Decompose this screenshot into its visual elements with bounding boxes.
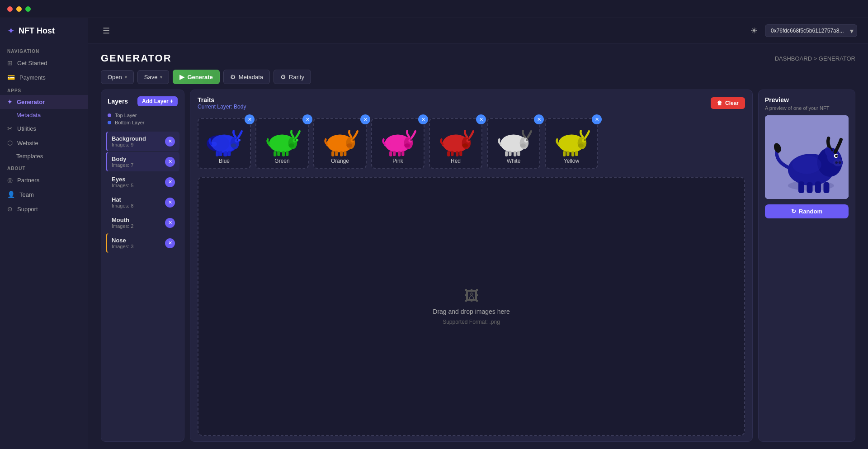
svg-rect-58 <box>447 151 450 156</box>
delete-trait-button[interactable]: ✕ <box>245 114 255 124</box>
svg-point-70 <box>526 139 528 142</box>
trait-card-white[interactable]: ✕ <box>487 118 540 169</box>
logo-text: NFT Host <box>19 26 55 36</box>
generate-button[interactable]: ▶ Generate <box>173 70 219 84</box>
layer-name: Nose <box>112 237 133 244</box>
trait-animal-blue <box>204 124 245 156</box>
drop-zone[interactable]: 🖼 Drag and drop images here Supported Fo… <box>198 177 745 436</box>
sidebar-item-generator[interactable]: ✦ Generator <box>0 95 88 109</box>
delete-trait-button[interactable]: ✕ <box>476 114 486 124</box>
theme-toggle-icon[interactable]: ☀ <box>750 26 758 36</box>
metadata-label: Metadata <box>239 74 263 80</box>
trait-name: Pink <box>392 158 403 164</box>
sidebar-item-templates[interactable]: Templates <box>0 150 88 162</box>
trait-card-red[interactable]: ✕ <box>429 118 482 169</box>
svg-rect-35 <box>335 151 338 156</box>
svg-rect-47 <box>401 151 404 156</box>
svg-point-49 <box>404 143 410 147</box>
sidebar-item-support[interactable]: ⊙ Support <box>0 202 88 216</box>
card-icon: 💳 <box>7 74 15 81</box>
traits-header: Traits Current Layer: Body 🗑 Clear <box>190 90 752 113</box>
trait-card-yellow[interactable]: ✕ <box>545 118 598 169</box>
delete-layer-button[interactable]: ✕ <box>165 198 175 208</box>
svg-point-95 <box>833 159 843 166</box>
rarity-button[interactable]: ⚙ Rarity <box>274 70 311 84</box>
top-bar-right: ☀ 0x76fdc668f5c5b6112757a8... ▾ <box>750 24 857 37</box>
delete-trait-button[interactable]: ✕ <box>534 114 544 124</box>
traits-title: Traits <box>198 96 246 104</box>
delete-layer-button[interactable]: ✕ <box>165 218 175 228</box>
layer-count: Images: 8 <box>112 203 133 208</box>
sidebar-item-metadata[interactable]: Metadata <box>0 109 88 121</box>
svg-point-50 <box>410 139 412 142</box>
trait-animal-white <box>493 124 534 156</box>
svg-point-31 <box>296 139 298 141</box>
delete-layer-button[interactable]: ✕ <box>165 238 175 248</box>
svg-point-96 <box>835 161 838 164</box>
svg-point-79 <box>578 143 584 147</box>
sidebar-item-partners[interactable]: ◎ Partners <box>0 173 88 187</box>
svg-rect-15 <box>228 151 231 156</box>
svg-rect-46 <box>398 151 401 156</box>
open-button[interactable]: Open ▾ <box>101 70 134 84</box>
sidebar-item-utilities[interactable]: ✂ Utilities <box>0 121 88 136</box>
maximize-button[interactable] <box>25 6 31 12</box>
grid-icon: ⊞ <box>7 59 13 66</box>
random-button[interactable]: ↻ Random <box>765 204 849 218</box>
trait-card-orange[interactable]: ✕ <box>313 118 367 169</box>
metadata-button[interactable]: ⚙ Metadata <box>223 70 270 84</box>
delete-layer-button[interactable]: ✕ <box>165 157 175 167</box>
delete-trait-button[interactable]: ✕ <box>418 114 428 124</box>
delete-trait-button[interactable]: ✕ <box>360 114 370 124</box>
layer-item-mouth[interactable]: Mouth Images: 2 ✕ <box>106 213 179 232</box>
sidebar-sub-label: Templates <box>16 153 43 160</box>
svg-rect-24 <box>277 151 280 156</box>
layer-name: Eyes <box>112 176 133 183</box>
traits-title-group: Traits Current Layer: Body <box>198 96 246 110</box>
trait-card-pink[interactable]: ✕ <box>371 118 425 169</box>
sidebar-item-get-started[interactable]: ⊞ Get Started <box>0 56 88 70</box>
hamburger-button[interactable]: ☰ <box>99 24 113 38</box>
layer-item-hat[interactable]: Hat Images: 8 ✕ <box>106 193 179 212</box>
bottom-layer-indicator: Bottom Layer <box>108 120 178 125</box>
svg-rect-65 <box>509 151 511 156</box>
svg-point-39 <box>346 143 352 147</box>
delete-layer-button[interactable]: ✕ <box>165 177 175 187</box>
sidebar-item-website[interactable]: ⬡ Website <box>0 136 88 150</box>
layer-item-eyes[interactable]: Eyes Images: 5 ✕ <box>106 172 179 192</box>
layer-count: Images: 3 <box>112 244 133 249</box>
svg-rect-90 <box>815 181 821 193</box>
sidebar-item-label: Website <box>17 140 38 147</box>
trait-card-blue[interactable]: ✕ <box>198 118 251 169</box>
layer-item-nose[interactable]: Nose Images: 3 ✕ <box>106 233 179 253</box>
layer-count: Images: 7 <box>112 162 133 168</box>
wallet-selector[interactable]: 0x76fdc668f5c5b6112757a8... <box>765 24 857 37</box>
clear-button[interactable]: 🗑 Clear <box>711 97 745 109</box>
layer-name: Body <box>112 156 133 162</box>
sidebar-item-payments[interactable]: 💳 Payments <box>0 70 88 85</box>
bottom-layer-label: Bottom Layer <box>115 120 144 125</box>
svg-rect-68 <box>505 151 508 156</box>
trait-card-green[interactable]: ✕ <box>255 118 309 169</box>
layers-list: Background Images: 9 ✕ Body Images: 7 ✕ <box>101 130 184 441</box>
minimize-button[interactable] <box>16 6 22 12</box>
svg-point-94 <box>835 155 838 157</box>
layer-item-body[interactable]: Body Images: 7 ✕ <box>106 152 179 171</box>
preview-image <box>765 115 849 199</box>
svg-rect-88 <box>798 181 804 193</box>
website-icon: ⬡ <box>7 139 13 147</box>
delete-trait-button[interactable]: ✕ <box>302 114 312 124</box>
layer-item-background[interactable]: Background Images: 9 ✕ <box>106 132 179 151</box>
add-layer-button[interactable]: Add Layer + <box>137 96 178 106</box>
delete-trait-button[interactable]: ✕ <box>592 114 602 124</box>
close-button[interactable] <box>7 6 13 12</box>
refresh-icon: ↻ <box>791 208 796 215</box>
workspace: Layers Add Layer + Top Layer Bottom Laye… <box>88 90 868 449</box>
sidebar-item-team[interactable]: 👤 Team <box>0 187 88 202</box>
delete-layer-button[interactable]: ✕ <box>165 137 175 147</box>
svg-rect-75 <box>566 151 569 156</box>
svg-rect-25 <box>282 151 285 156</box>
layers-header: Layers Add Layer + <box>101 90 184 111</box>
save-button[interactable]: Save ▾ <box>137 70 170 84</box>
svg-rect-56 <box>456 151 458 156</box>
